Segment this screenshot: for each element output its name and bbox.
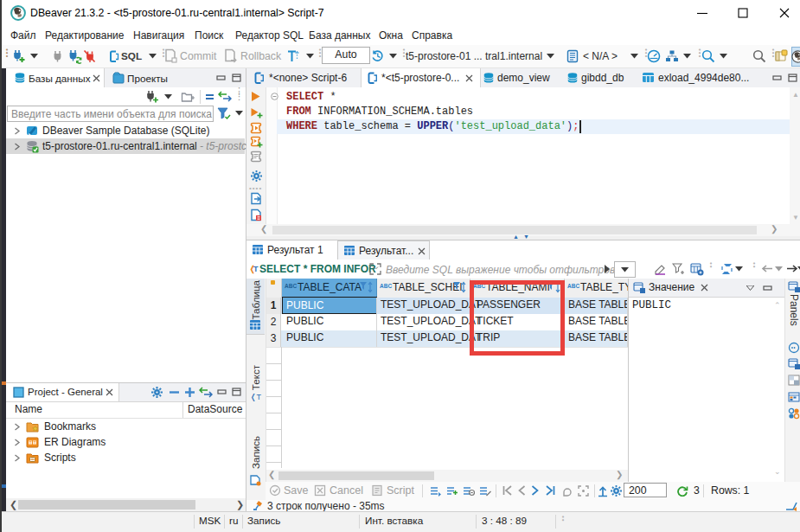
svg-text:❬T: ❬T <box>250 393 262 402</box>
svg-text:T: T <box>253 265 259 273</box>
